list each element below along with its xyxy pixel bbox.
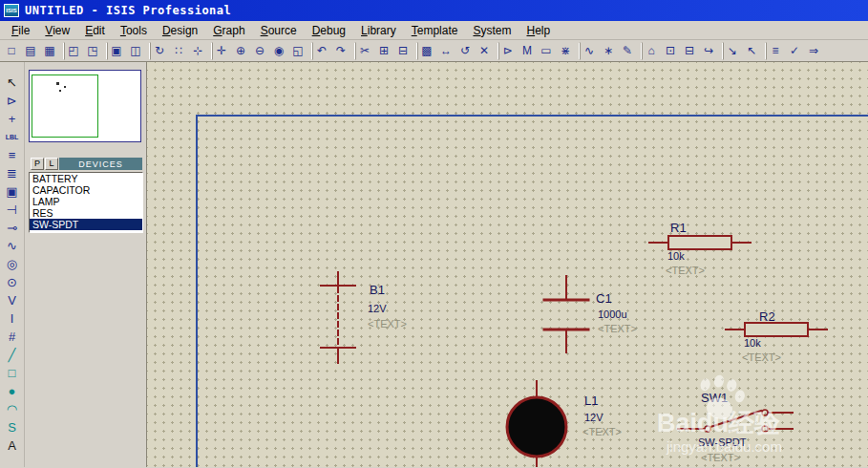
resistor-r2-ref-label[interactable]: R2 bbox=[759, 309, 775, 324]
menu-edit[interactable]: Edit bbox=[77, 22, 113, 39]
zoom-to-child-button[interactable]: ↘ bbox=[723, 42, 742, 60]
design-explorer-button[interactable]: ⌂ bbox=[642, 42, 661, 60]
device-lamp[interactable]: LAMP bbox=[30, 196, 142, 207]
paste-button[interactable]: ⊟ bbox=[393, 42, 413, 60]
search-tag-button[interactable]: ∗ bbox=[599, 42, 618, 60]
return-to-parent-button[interactable]: ↖ bbox=[742, 42, 761, 60]
device-pin-mode-button[interactable]: ⊸ bbox=[2, 219, 23, 237]
virtual-instruments-mode-button[interactable]: # bbox=[2, 328, 23, 346]
menu-design[interactable]: Design bbox=[155, 22, 205, 39]
copy-button[interactable]: ⊞ bbox=[374, 42, 393, 60]
menu-help[interactable]: Help bbox=[519, 22, 558, 39]
battery-ref-label[interactable]: B1 bbox=[370, 283, 385, 297]
capacitor-component[interactable] bbox=[544, 276, 588, 352]
voltage-probe-mode-button[interactable]: V bbox=[2, 291, 23, 309]
new-sheet-button[interactable]: ⊡ bbox=[661, 42, 680, 60]
menu-source[interactable]: Source bbox=[253, 22, 305, 39]
zoom-out-button[interactable]: ⊖ bbox=[250, 42, 269, 60]
wire-autorouter-button[interactable]: ∿ bbox=[580, 42, 599, 60]
2d-arc-tool-button[interactable]: ◠ bbox=[2, 400, 23, 418]
junction-dot-mode-button[interactable]: + bbox=[2, 110, 23, 128]
decompose-button[interactable]: ⋇ bbox=[556, 42, 575, 60]
2d-text-tool-button[interactable]: A bbox=[2, 436, 23, 455]
menu-view[interactable]: View bbox=[37, 22, 77, 39]
selection-mode-button[interactable]: ↖ bbox=[2, 74, 23, 92]
redraw-button[interactable]: ↻ bbox=[150, 42, 169, 60]
device-battery[interactable]: BATTERY bbox=[30, 173, 142, 184]
device-capacitor[interactable]: CAPACITOR bbox=[30, 184, 142, 196]
export-section-button[interactable]: ◳ bbox=[83, 42, 102, 60]
2d-path-tool-button[interactable]: S bbox=[2, 418, 23, 436]
device-res[interactable]: RES bbox=[30, 207, 142, 219]
component-mode-button[interactable]: ⊳ bbox=[2, 92, 23, 110]
lamp-component[interactable] bbox=[507, 381, 566, 466]
switch-value-label[interactable]: SW-SPDT bbox=[698, 436, 747, 448]
origin-button[interactable]: ⊹ bbox=[188, 42, 207, 60]
resistor-r2-value-label[interactable]: 10k bbox=[744, 337, 761, 349]
packaging-tool-button[interactable]: ▭ bbox=[537, 42, 556, 60]
battery-value-label[interactable]: 12V bbox=[368, 303, 387, 314]
switch-text-placeholder[interactable]: <TEXT> bbox=[701, 452, 740, 463]
tape-recorder-mode-button[interactable]: ◎ bbox=[2, 255, 23, 273]
block-delete-button[interactable]: ✕ bbox=[475, 42, 494, 60]
new-file-button[interactable]: □ bbox=[2, 42, 21, 60]
app-icon[interactable]: ISIS bbox=[4, 4, 19, 17]
zoom-all-button[interactable]: ◉ bbox=[269, 42, 288, 60]
switch-component[interactable] bbox=[678, 410, 793, 432]
remove-sheet-button[interactable]: ⊟ bbox=[680, 42, 699, 60]
menu-debug[interactable]: Debug bbox=[305, 22, 353, 39]
print-button[interactable]: ▣ bbox=[107, 42, 126, 60]
current-probe-mode-button[interactable]: I bbox=[2, 309, 23, 328]
subcircuit-mode-button[interactable]: ▣ bbox=[2, 182, 23, 201]
block-rotate-button[interactable]: ↺ bbox=[455, 42, 475, 60]
schematic-canvas[interactable]: B1 12V <TEXT> C1 1000u <TEXT> R1 10k <TE… bbox=[147, 62, 868, 467]
wire-label-mode-button[interactable]: LBL bbox=[2, 128, 23, 146]
lamp-ref-label[interactable]: L1 bbox=[584, 394, 598, 408]
2d-box-tool-button[interactable]: □ bbox=[2, 364, 23, 382]
capacitor-value-label[interactable]: 1000u bbox=[598, 308, 627, 320]
import-section-button[interactable]: ◰ bbox=[64, 42, 83, 60]
menu-system[interactable]: System bbox=[465, 22, 519, 39]
resistor-r1-ref-label[interactable]: R1 bbox=[670, 221, 687, 235]
overview-window[interactable] bbox=[29, 70, 141, 142]
zoom-area-button[interactable]: ◱ bbox=[288, 42, 307, 60]
pick-device-button[interactable]: P bbox=[31, 158, 44, 170]
menu-tools[interactable]: Tools bbox=[113, 22, 155, 39]
menu-file[interactable]: File bbox=[4, 22, 37, 39]
bus-mode-button[interactable]: ≣ bbox=[2, 164, 23, 182]
capacitor-ref-label[interactable]: C1 bbox=[596, 291, 612, 306]
electrical-rule-check-button[interactable]: ✓ bbox=[785, 42, 804, 60]
bill-of-materials-button[interactable]: ≡ bbox=[766, 42, 785, 60]
block-move-button[interactable]: ↔ bbox=[436, 42, 455, 60]
generator-mode-button[interactable]: ⊙ bbox=[2, 273, 23, 291]
property-assignment-button[interactable]: ✎ bbox=[618, 42, 637, 60]
toggle-grid-button[interactable]: ∷ bbox=[169, 42, 188, 60]
mark-output-area-button[interactable]: ◫ bbox=[126, 42, 145, 60]
pan-button[interactable]: ✛ bbox=[212, 42, 231, 60]
capacitor-text-placeholder[interactable]: <TEXT> bbox=[598, 323, 637, 334]
2d-line-tool-button[interactable]: ╱ bbox=[2, 346, 23, 364]
terminal-mode-button[interactable]: ⊣ bbox=[2, 201, 23, 219]
2d-circle-tool-button[interactable]: ● bbox=[2, 382, 23, 400]
open-file-button[interactable]: ▤ bbox=[21, 42, 40, 60]
goto-sheet-button[interactable]: ↪ bbox=[699, 42, 718, 60]
save-file-button[interactable]: ▦ bbox=[40, 42, 59, 60]
netlist-transfer-button[interactable]: ⇒ bbox=[804, 42, 823, 60]
menu-template[interactable]: Template bbox=[404, 22, 466, 39]
lamp-value-label[interactable]: 12V bbox=[584, 412, 603, 423]
make-device-button[interactable]: M bbox=[518, 42, 537, 60]
switch-ref-label[interactable]: SW1 bbox=[701, 391, 728, 405]
redo-button[interactable]: ↷ bbox=[331, 42, 350, 60]
zoom-in-button[interactable]: ⊕ bbox=[231, 42, 250, 60]
device-sw-spdt[interactable]: SW-SPDT bbox=[30, 219, 142, 230]
graph-mode-button[interactable]: ∿ bbox=[2, 237, 23, 255]
block-copy-button[interactable]: ▩ bbox=[417, 42, 436, 60]
resistor-r1-value-label[interactable]: 10k bbox=[667, 250, 685, 262]
pick-device-toolbar-button[interactable]: ⊳ bbox=[498, 42, 518, 60]
cut-button[interactable]: ✂ bbox=[355, 42, 374, 60]
menu-graph[interactable]: Graph bbox=[205, 22, 252, 39]
resistor-r1-text-placeholder[interactable]: <TEXT> bbox=[666, 265, 705, 276]
library-button[interactable]: L bbox=[45, 158, 58, 170]
resistor-r2-component[interactable] bbox=[726, 323, 827, 336]
menu-library[interactable]: Library bbox=[353, 22, 404, 39]
